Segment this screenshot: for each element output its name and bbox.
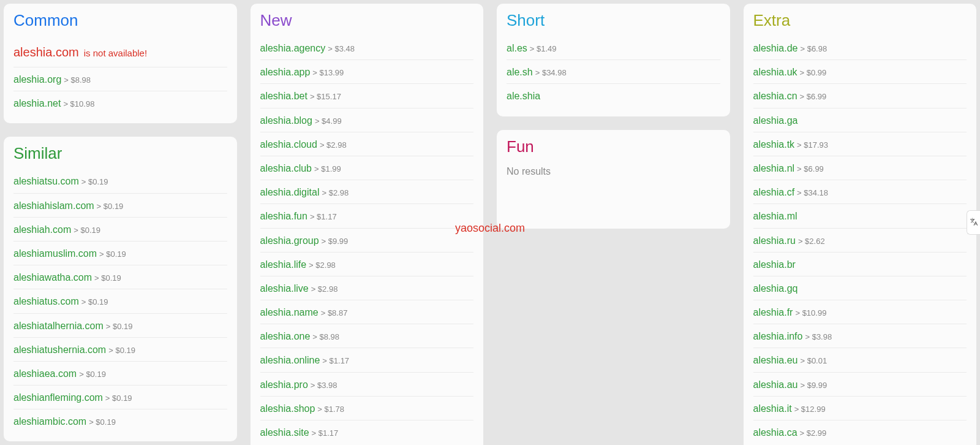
domain-link[interactable]: aleshia.it (753, 403, 792, 414)
price-label: > $2.98 (309, 261, 336, 270)
price-label: > $1.99 (314, 164, 341, 173)
unavailable-note: is not available! (84, 48, 147, 58)
domain-link[interactable]: aleshia.pro (260, 379, 308, 390)
price-label: > $2.98 (320, 140, 347, 150)
domain-link[interactable]: aleshia.site (260, 427, 309, 438)
common-title: Common (13, 11, 227, 30)
extra-list: aleshia.de> $6.98aleshia.uk> $0.99aleshi… (753, 36, 967, 444)
domain-link[interactable]: aleshiahislam.com (13, 200, 94, 211)
domain-link[interactable]: aleshia.one (260, 331, 311, 341)
new-card: New aleshia.agency> $3.48aleshia.app> $1… (251, 4, 484, 445)
domain-link[interactable]: aleshia.nl (753, 163, 795, 173)
domain-link[interactable]: al.es (507, 43, 527, 53)
domain-link[interactable]: aleshia.de (753, 43, 798, 53)
domain-link[interactable]: aleshia.net (13, 98, 61, 108)
results-columns: Common aleshia.comis not available!alesh… (4, 4, 976, 445)
translate-tab[interactable] (967, 210, 980, 235)
domain-link[interactable]: ale.sh (507, 67, 533, 77)
domain-link[interactable]: aleshia.shop (260, 403, 315, 414)
domain-link[interactable]: aleshia.ml (753, 211, 797, 221)
price-label: > $10.99 (795, 308, 826, 318)
column-4: Extra aleshia.de> $6.98aleshia.uk> $0.99… (744, 4, 977, 445)
domain-link[interactable]: aleshiatus.com (13, 296, 79, 306)
domain-link[interactable]: aleshia.br (753, 259, 796, 270)
domain-link[interactable]: aleshia.eu (753, 355, 798, 365)
column-2: New aleshia.agency> $3.48aleshia.app> $1… (251, 4, 484, 445)
list-item: aleshia.site> $1.17 (260, 420, 474, 444)
domain-link[interactable]: aleshia.org (13, 74, 61, 85)
list-item: aleshiatushernia.com> $0.19 (13, 338, 227, 362)
list-item: aleshia.agency> $3.48 (260, 36, 474, 60)
domain-link[interactable]: aleshiamuslim.com (13, 248, 97, 259)
price-label: > $2.98 (322, 188, 349, 197)
price-label: > $0.01 (800, 356, 827, 365)
domain-link[interactable]: aleshiambic.com (13, 416, 86, 427)
list-item: aleshiatalhernia.com> $0.19 (13, 314, 227, 338)
domain-link[interactable]: aleshiawatha.com (13, 272, 92, 283)
domain-link[interactable]: aleshiaea.com (13, 368, 77, 379)
list-item: aleshia.bet> $15.17 (260, 84, 474, 108)
domain-link[interactable]: aleshia.blog (260, 115, 312, 126)
list-item: aleshia.org> $8.98 (13, 67, 227, 91)
list-item: aleshia.uk> $0.99 (753, 60, 967, 84)
price-label: > $1.78 (317, 405, 344, 414)
domain-link[interactable]: aleshia.live (260, 283, 309, 294)
list-item: aleshia.au> $9.99 (753, 373, 967, 397)
price-label: > $0.19 (81, 297, 108, 306)
list-item: aleshia.cloud> $2.98 (260, 132, 474, 156)
domain-link[interactable]: aleshia.au (753, 379, 798, 390)
domain-link[interactable]: aleshia.info (753, 331, 803, 341)
domain-link[interactable]: aleshia.fun (260, 211, 307, 221)
price-label: > $0.19 (105, 394, 132, 403)
domain-link[interactable]: aleshia.online (260, 355, 320, 365)
list-item: aleshia.cf> $34.18 (753, 180, 967, 204)
price-label: > $0.19 (94, 273, 121, 283)
domain-link[interactable]: aleshia.app (260, 67, 311, 77)
list-item: aleshia.de> $6.98 (753, 36, 967, 60)
domain-link[interactable]: aleshianfleming.com (13, 392, 103, 403)
domain-link[interactable]: aleshia.ru (753, 235, 796, 246)
domain-link[interactable]: aleshia.fr (753, 307, 793, 318)
price-label: > $12.99 (794, 405, 826, 414)
domain-link[interactable]: aleshiah.com (13, 224, 71, 235)
price-label: > $2.99 (800, 428, 827, 438)
domain-link[interactable]: aleshiatalhernia.com (13, 321, 104, 331)
domain-link[interactable]: aleshia.ga (753, 115, 798, 126)
price-label: > $3.48 (328, 44, 355, 53)
domain-link[interactable]: ale.shia (507, 91, 540, 101)
domain-link[interactable]: aleshiatushernia.com (13, 344, 106, 355)
price-label: > $13.99 (312, 68, 344, 77)
list-item: aleshia.life> $2.98 (260, 253, 474, 276)
domain-link[interactable]: aleshia.tk (753, 139, 795, 150)
domain-link[interactable]: aleshiatsu.com (13, 176, 79, 186)
domain-link[interactable]: aleshia.name (260, 307, 318, 318)
list-item: aleshia.live> $2.98 (260, 276, 474, 300)
domain-link[interactable]: aleshia.cloud (260, 139, 317, 150)
price-label: > $0.99 (800, 68, 827, 77)
domain-link[interactable]: aleshia.cn (753, 91, 797, 101)
similar-list: aleshiatsu.com> $0.19aleshiahislam.com> … (13, 169, 227, 433)
domain-link[interactable]: aleshia.bet (260, 91, 307, 101)
list-item: aleshiahislam.com> $0.19 (13, 194, 227, 218)
domain-link[interactable]: aleshia.agency (260, 43, 326, 53)
short-card: Short al.es> $1.49ale.sh> $34.98ale.shia (497, 4, 730, 116)
fun-noresults: No results (507, 162, 720, 220)
domain-link[interactable]: aleshia.digital (260, 187, 320, 197)
domain-link[interactable]: aleshia.club (260, 163, 312, 173)
list-item: aleshia.name> $8.87 (260, 300, 474, 324)
domain-link[interactable]: aleshia.com (13, 45, 79, 59)
column-3: Short al.es> $1.49ale.sh> $34.98ale.shia… (497, 4, 730, 229)
fun-card: Fun No results (497, 130, 730, 229)
domain-link[interactable]: aleshia.gq (753, 283, 798, 294)
domain-link[interactable]: aleshia.life (260, 259, 307, 270)
list-item: aleshia.ml (753, 204, 967, 228)
domain-link[interactable]: aleshia.ca (753, 427, 797, 438)
price-label: > $9.99 (800, 381, 827, 390)
domain-link[interactable]: aleshia.group (260, 235, 319, 246)
price-label: > $34.18 (797, 188, 828, 197)
price-label: > $15.17 (310, 92, 341, 101)
domain-link[interactable]: aleshia.cf (753, 187, 795, 197)
domain-link[interactable]: aleshia.uk (753, 67, 797, 77)
short-title: Short (507, 11, 720, 30)
list-item: aleshia.fun> $1.17 (260, 204, 474, 228)
